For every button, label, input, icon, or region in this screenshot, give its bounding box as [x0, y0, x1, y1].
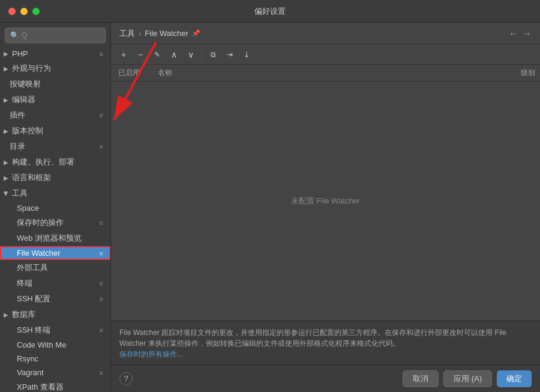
add-icon: +	[121, 50, 126, 59]
empty-state-text: 未配置 File Watcher	[291, 196, 360, 207]
sidebar-item-tools[interactable]: ▶ 工具	[0, 185, 110, 201]
edit-icon: ✎	[154, 50, 160, 59]
maximize-button[interactable]	[32, 8, 40, 15]
settings-icon: ≡	[100, 327, 103, 334]
sidebar-item-editor[interactable]: ▶ 编辑器	[0, 92, 110, 107]
content-area: 工具 › File Watcher 📌 ← → + − ✎ ∧	[111, 23, 540, 392]
edit-button[interactable]: ✎	[149, 47, 165, 62]
sidebar-item-rsync[interactable]: Rsync	[0, 352, 110, 366]
minimize-button[interactable]	[20, 8, 28, 15]
sidebar-item-database[interactable]: ▶ 数据库	[0, 307, 110, 322]
sidebar-item-label: Web 浏览器和预览	[17, 233, 82, 244]
ok-button[interactable]: 确定	[497, 370, 532, 387]
pin-icon: 📌	[192, 29, 200, 37]
help-button[interactable]: ?	[119, 372, 133, 385]
back-button[interactable]: ←	[509, 29, 518, 38]
settings-icon: ≡	[100, 369, 103, 376]
sidebar-item-plugins[interactable]: 插件 ≡	[0, 107, 110, 123]
apply-button[interactable]: 应用 (A)	[443, 370, 492, 387]
col-enabled: 已启用	[116, 68, 158, 78]
table-header: 已启用 名称 级别	[111, 65, 540, 82]
cancel-button[interactable]: 取消	[403, 370, 439, 387]
description-link[interactable]: 保存时的所有操作...	[119, 350, 183, 358]
sidebar-item-file-watcher[interactable]: File Watcher ≡	[0, 246, 110, 260]
up-button[interactable]: ∧	[166, 47, 182, 62]
sidebar-item-label: 插件	[10, 110, 25, 121]
sidebar-item-vcs[interactable]: ▶ 版本控制	[0, 123, 110, 139]
sidebar-item-file-watcher-wrapper: File Watcher ≡	[0, 246, 110, 260]
remove-icon: −	[138, 50, 143, 59]
settings-icon: ≡	[100, 50, 103, 58]
col-level: 级别	[487, 68, 535, 78]
sidebar-item-directory[interactable]: 目录 ≡	[0, 139, 110, 154]
window-title: 偏好设置	[254, 6, 286, 17]
arrow-icon: ▶	[4, 159, 8, 166]
sidebar-item-label: Code With Me	[17, 340, 66, 349]
sidebar-item-label: Rsync	[17, 354, 38, 363]
settings-icon: ≡	[100, 280, 103, 287]
titlebar: 偏好设置	[0, 0, 540, 23]
breadcrumb-part1: 工具	[119, 28, 135, 39]
sidebar-item-vagrant[interactable]: Vagrant ≡	[0, 366, 110, 379]
window-controls[interactable]	[8, 8, 40, 15]
forward-button[interactable]: →	[522, 29, 532, 38]
import-button[interactable]: ⇥	[222, 47, 238, 62]
sidebar-item-code-with-me[interactable]: Code With Me	[0, 338, 110, 352]
arrow-icon: ▶	[4, 65, 8, 72]
table-body: 未配置 File Watcher	[111, 82, 540, 321]
remove-button[interactable]: −	[133, 47, 148, 62]
copy-button[interactable]: ⧉	[205, 47, 221, 62]
up-icon: ∧	[171, 50, 177, 59]
arrow-icon: ▶	[4, 97, 8, 103]
toolbar: + − ✎ ∧ ∨ ⧉ ⇥ ⤓	[111, 44, 540, 65]
sidebar-item-build[interactable]: ▶ 构建、执行、部署	[0, 154, 110, 170]
col-name: 名称	[158, 68, 487, 78]
settings-icon: ≡	[100, 219, 103, 226]
add-button[interactable]: +	[116, 47, 131, 62]
settings-icon: ≡	[100, 143, 103, 150]
settings-icon: ≡	[100, 112, 103, 119]
sidebar-item-appearance[interactable]: ▶ 外观与行为	[0, 61, 110, 76]
sidebar-item-php[interactable]: ▶ PHP ≡	[0, 47, 110, 61]
sidebar-item-label: 语言和框架	[12, 172, 51, 183]
down-button[interactable]: ∨	[183, 47, 199, 62]
search-icon: 🔍	[10, 31, 19, 40]
breadcrumb: 工具 › File Watcher 📌	[119, 28, 200, 39]
sidebar-item-web-browser[interactable]: Web 浏览器和预览	[0, 231, 110, 246]
sidebar-item-lang[interactable]: ▶ 语言和框架	[0, 170, 110, 185]
main-layout: 🔍 Q ▶ PHP ≡ ▶ 外观与行为 按键映射 ▶ 编辑器	[0, 23, 540, 392]
sidebar-item-label: 版本控制	[12, 125, 43, 136]
search-box[interactable]: 🔍 Q	[5, 28, 106, 43]
close-button[interactable]	[8, 8, 16, 15]
export-button[interactable]: ⤓	[239, 47, 254, 62]
sidebar-list: ▶ PHP ≡ ▶ 外观与行为 按键映射 ▶ 编辑器 插件 ≡	[0, 47, 110, 392]
sidebar-item-terminal[interactable]: 终端 ≡	[0, 276, 110, 291]
sidebar-item-label: Space	[17, 204, 39, 213]
sidebar-item-space[interactable]: Space	[0, 201, 110, 215]
arrow-down-icon: ▶	[3, 191, 10, 196]
sidebar-item-label: 构建、执行、部署	[12, 157, 74, 167]
down-icon: ∨	[188, 50, 194, 59]
sidebar-item-external-tools[interactable]: 外部工具	[0, 260, 110, 276]
sidebar-item-label: File Watcher	[17, 249, 60, 258]
sidebar-item-label: 终端	[17, 278, 32, 289]
sidebar-item-save-actions[interactable]: 保存时的操作 ≡	[0, 215, 110, 231]
sidebar-item-label: 按键映射	[10, 79, 41, 89]
breadcrumb-nav: ← →	[509, 29, 532, 38]
sidebar-item-ssh-terminal[interactable]: SSH 终端 ≡	[0, 322, 110, 338]
settings-icon: ≡	[100, 250, 103, 257]
sidebar-item-ssh-config[interactable]: SSH 配置 ≡	[0, 291, 110, 307]
search-placeholder: Q	[22, 31, 27, 40]
sidebar-item-label: Vagrant	[17, 368, 44, 377]
arrow-icon: ▶	[4, 128, 8, 134]
sidebar-item-label: 保存时的操作	[17, 217, 64, 228]
arrow-icon: ▶	[4, 50, 8, 57]
sidebar-item-label: SSH 终端	[17, 325, 50, 336]
footer: ? 取消 应用 (A) 确定	[111, 364, 540, 392]
sidebar-item-label: 外观与行为	[12, 63, 51, 74]
export-icon: ⤓	[244, 50, 250, 59]
sidebar-item-label: 工具	[12, 188, 28, 199]
sidebar-item-keymap[interactable]: 按键映射	[0, 76, 110, 92]
import-icon: ⇥	[227, 50, 233, 59]
sidebar-item-xpath[interactable]: XPath 查看器	[0, 379, 110, 392]
